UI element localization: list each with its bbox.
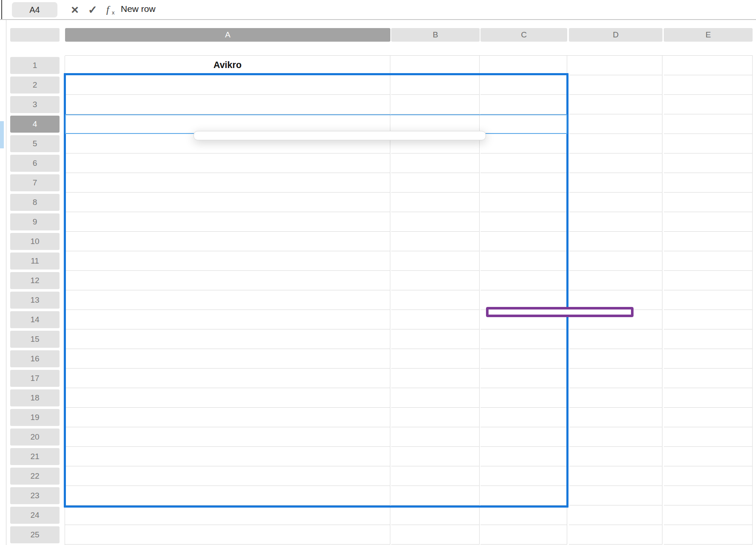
- cell-D10[interactable]: [569, 232, 662, 251]
- row-header-14[interactable]: 14: [10, 311, 60, 328]
- panel-edge-line: [6, 20, 6, 545]
- column-header-C[interactable]: C: [480, 28, 567, 42]
- column-header-D[interactable]: D: [569, 28, 662, 42]
- cell-D1[interactable]: [569, 56, 662, 75]
- cell-D3[interactable]: [569, 95, 662, 114]
- cell-E11[interactable]: [664, 251, 753, 271]
- row-header-17[interactable]: 17: [10, 370, 60, 387]
- cell-E19[interactable]: [664, 408, 753, 427]
- function-icon[interactable]: f x: [104, 3, 118, 17]
- cell-D7[interactable]: [569, 173, 662, 193]
- panel-edge: [1, 0, 2, 19]
- cell-B1[interactable]: [391, 56, 480, 75]
- grid-corner-box[interactable]: [10, 28, 60, 42]
- row-header-23[interactable]: 23: [10, 487, 60, 504]
- cell-D5[interactable]: [569, 134, 662, 153]
- row-header-7[interactable]: 7: [10, 174, 60, 191]
- row-header-8[interactable]: 8: [10, 194, 60, 211]
- formula-input[interactable]: New row: [121, 4, 156, 14]
- cell-D20[interactable]: [569, 427, 662, 447]
- cell-D19[interactable]: [569, 408, 662, 427]
- cell-D16[interactable]: [569, 349, 662, 369]
- row-header-18[interactable]: 18: [10, 389, 60, 406]
- cell-E7[interactable]: [664, 173, 753, 193]
- cell-E25[interactable]: [664, 525, 753, 545]
- cell-E18[interactable]: [664, 388, 753, 408]
- formula-bar: A4 × ✓ f x New row: [0, 0, 756, 19]
- row-header-9[interactable]: 9: [10, 213, 60, 230]
- row-header-1[interactable]: 1: [10, 57, 60, 74]
- cell-A1[interactable]: Avikro: [65, 56, 390, 75]
- selection-edge-marker: [0, 121, 4, 148]
- cell-E21[interactable]: [664, 447, 753, 466]
- cell-D11[interactable]: [569, 251, 662, 271]
- cell-D22[interactable]: [569, 466, 662, 486]
- row-header-13[interactable]: 13: [10, 292, 60, 309]
- confirm-icon[interactable]: ✓: [85, 2, 100, 18]
- row-header-19[interactable]: 19: [10, 409, 60, 426]
- cell-D6[interactable]: [569, 153, 662, 173]
- cell-C25[interactable]: [480, 525, 567, 545]
- cell-C1[interactable]: [480, 56, 567, 75]
- cell-A25[interactable]: [65, 525, 390, 545]
- column-header-A[interactable]: A: [65, 28, 390, 42]
- cell-D4[interactable]: [569, 114, 662, 134]
- row-header-20[interactable]: 20: [10, 429, 60, 446]
- cell-E24[interactable]: [664, 505, 753, 525]
- cell-D24[interactable]: [569, 505, 662, 525]
- cell-E6[interactable]: [664, 153, 753, 173]
- cell-E8[interactable]: [664, 193, 753, 212]
- cell-B25[interactable]: [391, 525, 480, 545]
- row-header-21[interactable]: 21: [10, 448, 60, 465]
- cell-D2[interactable]: [569, 75, 662, 95]
- cell-E12[interactable]: [664, 271, 753, 290]
- row-header-12[interactable]: 12: [10, 272, 60, 289]
- insert-submenu: [486, 307, 634, 317]
- cell-E15[interactable]: [664, 329, 753, 349]
- cell-B24[interactable]: [391, 505, 480, 525]
- cell-E13[interactable]: [664, 290, 753, 310]
- cell-name-box[interactable]: A4: [12, 2, 57, 17]
- row-header-6[interactable]: 6: [10, 155, 60, 172]
- row-header-2[interactable]: 2: [10, 77, 60, 94]
- cell-D18[interactable]: [569, 388, 662, 408]
- cell-E9[interactable]: [664, 212, 753, 232]
- cell-D21[interactable]: [569, 447, 662, 466]
- cell-E3[interactable]: [664, 95, 753, 114]
- row-header-3[interactable]: 3: [10, 96, 60, 113]
- cell-C24[interactable]: [480, 505, 567, 525]
- cell-E1[interactable]: [664, 56, 753, 75]
- cell-D9[interactable]: [569, 212, 662, 232]
- cell-D12[interactable]: [569, 271, 662, 290]
- cell-E23[interactable]: [664, 486, 753, 505]
- row-header-24[interactable]: 24: [10, 507, 60, 524]
- cell-E16[interactable]: [664, 349, 753, 369]
- row-header-22[interactable]: 22: [10, 468, 60, 485]
- cell-D17[interactable]: [569, 369, 662, 388]
- svg-text:f: f: [106, 4, 111, 15]
- column-header-E[interactable]: E: [664, 28, 753, 42]
- row-header-4[interactable]: 4: [10, 116, 60, 133]
- row-header-16[interactable]: 16: [10, 350, 60, 367]
- cell-E5[interactable]: [664, 134, 753, 153]
- row-header-15[interactable]: 15: [10, 331, 60, 348]
- cell-E10[interactable]: [664, 232, 753, 251]
- cell-D15[interactable]: [569, 329, 662, 349]
- row-header-11[interactable]: 11: [10, 253, 60, 270]
- cell-E22[interactable]: [664, 466, 753, 486]
- cell-D25[interactable]: [569, 525, 662, 545]
- cell-E2[interactable]: [664, 75, 753, 95]
- cell-E14[interactable]: [664, 310, 753, 329]
- cell-D23[interactable]: [569, 486, 662, 505]
- row-header-5[interactable]: 5: [10, 135, 60, 152]
- cell-E20[interactable]: [664, 427, 753, 447]
- svg-text:x: x: [112, 9, 115, 16]
- row-header-10[interactable]: 10: [10, 233, 60, 250]
- column-header-B[interactable]: B: [391, 28, 480, 42]
- cell-D8[interactable]: [569, 193, 662, 212]
- cell-A24[interactable]: [65, 505, 390, 525]
- cell-E17[interactable]: [664, 369, 753, 388]
- cancel-icon[interactable]: ×: [67, 2, 82, 18]
- row-header-25[interactable]: 25: [10, 526, 60, 543]
- cell-E4[interactable]: [664, 114, 753, 134]
